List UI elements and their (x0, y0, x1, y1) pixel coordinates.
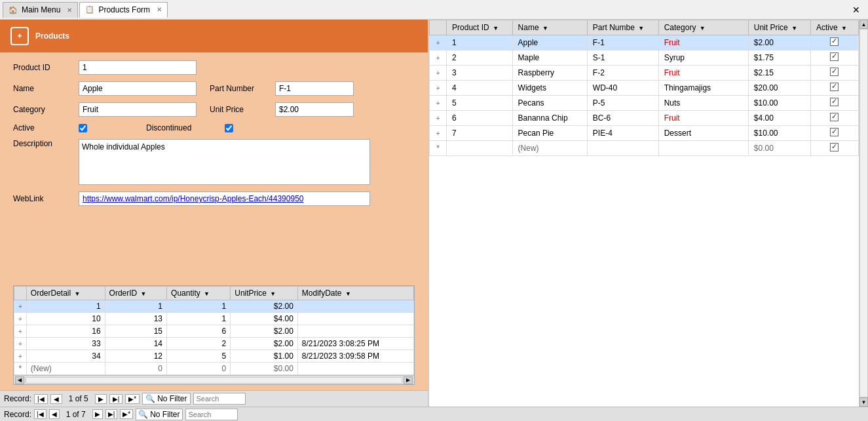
subgrid-cell-unitprice: $2.00 (231, 325, 298, 338)
status-nav-next-btn[interactable]: ▶ (92, 409, 103, 419)
grid-col-active[interactable]: Active ▼ (810, 20, 858, 35)
subgrid-new-row[interactable]: * (New) 0 0 $0.00 (14, 363, 414, 375)
row-expander[interactable]: + (430, 35, 447, 50)
subgrid-cell-orderid: 15 (105, 325, 166, 338)
scroll-left-btn[interactable]: ◀ (15, 376, 24, 384)
category-price-row: Category Unit Price (13, 102, 415, 117)
status-nav-prev-btn[interactable]: ◀ (49, 409, 60, 419)
active-checkbox[interactable] (79, 124, 87, 132)
window-close-button[interactable]: ✕ (847, 5, 865, 15)
grid-new-row[interactable]: * (New) $0.00 (430, 141, 859, 156)
form-panel: + Products Product ID Name Part Number C… (0, 20, 429, 407)
right-panel-inner: Product ID ▼ Name ▼ Part Numbe ▼ Categor… (429, 20, 868, 407)
row-expander[interactable]: + (14, 350, 27, 363)
grid-row[interactable]: + 4 Widgets WD-40 Thingamajigs $20.00 (430, 81, 859, 96)
grid-vscrollbar[interactable]: ▲ ▼ (859, 20, 868, 407)
subgrid-cell-unitprice: $2.00 (231, 300, 298, 313)
grid-cell-active (810, 35, 858, 50)
status-nav-last-btn[interactable]: ▶| (105, 409, 118, 419)
active-checkbox-cell (830, 68, 839, 76)
grid-col-category[interactable]: Category ▼ (658, 20, 748, 35)
grid-col-name[interactable]: Name ▼ (512, 20, 587, 35)
name-label: Name (13, 84, 72, 93)
grid-col-unit-price[interactable]: Unit Price ▼ (748, 20, 810, 35)
grid-cell-name: Raspberry (512, 66, 587, 81)
nav-first-btn[interactable]: |◀ (34, 394, 48, 404)
tab-products-form[interactable]: 📋 Products Form ✕ (79, 2, 168, 18)
active-checkbox-cell (830, 98, 839, 106)
row-expander[interactable]: + (14, 325, 27, 338)
subgrid-record-nav: Record: |◀ ◀ 1 of 5 ▶ ▶| ▶* 🔍 No Filter (0, 390, 428, 407)
subgrid-col-orderid[interactable]: OrderID ▼ (105, 287, 166, 300)
no-filter-btn[interactable]: 🔍 No Filter (142, 393, 190, 405)
tab-products-form-close[interactable]: ✕ (157, 6, 162, 13)
part-number-input[interactable] (275, 81, 354, 96)
grid-cell-name: Pecan Pie (512, 126, 587, 141)
subgrid-col-orderdetail[interactable]: OrderDetail ▼ (26, 287, 105, 300)
row-expander[interactable]: + (430, 66, 447, 81)
grid-col-part-number[interactable]: Part Numbe ▼ (587, 20, 658, 35)
subgrid-hscrollbar[interactable]: ◀ ▶ (14, 375, 414, 384)
name-input[interactable] (79, 81, 197, 96)
subgrid-row[interactable]: + 33 14 2 $2.00 8/21/2023 3:08:25 PM (14, 338, 414, 350)
grid-row[interactable]: + 7 Pecan Pie PIE-4 Dessert $10.00 (430, 126, 859, 141)
discontinued-checkbox[interactable] (225, 124, 233, 132)
subgrid-row[interactable]: + 16 15 6 $2.00 (14, 325, 414, 338)
products-form-icon: 📋 (85, 5, 94, 14)
grid-row[interactable]: + 1 Apple F-1 Fruit $2.00 (430, 35, 859, 50)
category-input[interactable] (79, 102, 197, 117)
nav-new-btn[interactable]: ▶* (125, 394, 140, 404)
status-no-filter-btn[interactable]: 🔍 No Filter (136, 409, 182, 420)
subgrid-col-modifydate[interactable]: ModifyDate ▼ (297, 287, 413, 300)
row-expander[interactable]: + (430, 96, 447, 111)
subgrid-search-input[interactable] (193, 393, 246, 405)
grid-row[interactable]: + 2 Maple S-1 Syrup $1.75 (430, 50, 859, 66)
grid-row[interactable]: + 6 Bananna Chip BC-6 Fruit $4.00 (430, 111, 859, 126)
subgrid-row[interactable]: + 1 1 1 $2.00 (14, 300, 414, 313)
grid-cell-id: 1 (447, 35, 512, 50)
product-id-input[interactable] (79, 60, 197, 75)
tab-main-menu[interactable]: 🏠 Main Menu ✕ (3, 2, 78, 18)
vscroll-track[interactable] (859, 29, 868, 397)
record-nav-info: 1 of 5 (69, 394, 88, 403)
grid-col-product-id[interactable]: Product ID ▼ (447, 20, 512, 35)
nav-prev-btn[interactable]: ◀ (50, 394, 62, 404)
weblink-input[interactable] (79, 191, 370, 206)
subgrid-cell-orderdetail: 1 (26, 300, 105, 313)
grid-cell-active (810, 111, 858, 126)
tab-main-menu-close[interactable]: ✕ (67, 7, 72, 14)
nav-last-btn[interactable]: ▶| (109, 394, 123, 404)
subgrid-cell-new-quantity: 0 (167, 363, 231, 375)
grid-row[interactable]: + 3 Raspberry F-2 Fruit $2.15 (430, 66, 859, 81)
subgrid-col-quantity[interactable]: Quantity ▼ (167, 287, 231, 300)
subgrid-row[interactable]: + 34 12 5 $1.00 8/21/2023 3:09:58 PM (14, 350, 414, 363)
grid-row[interactable]: + 5 Pecans P-5 Nuts $10.00 (430, 96, 859, 111)
status-nav-first-btn[interactable]: |◀ (34, 409, 47, 419)
row-expander[interactable]: + (14, 338, 27, 350)
row-expander[interactable]: + (14, 313, 27, 325)
row-expander[interactable]: + (430, 111, 447, 126)
grid-cell-part: WD-40 (587, 81, 658, 96)
status-no-filter-label: No Filter (150, 410, 179, 419)
row-expander[interactable]: + (14, 300, 27, 313)
nav-next-btn[interactable]: ▶ (95, 394, 107, 404)
active-checkbox-cell (830, 128, 839, 136)
subgrid-col-unitprice[interactable]: UnitPrice ▼ (231, 287, 298, 300)
vscroll-up-btn[interactable]: ▲ (859, 20, 868, 29)
grid-cell-price: $20.00 (748, 81, 810, 96)
unit-price-input[interactable] (275, 102, 354, 117)
plus-icon: + (17, 31, 22, 41)
description-textarea[interactable]: Whole individual Apples (79, 139, 370, 185)
grid-scroll-area[interactable]: Product ID ▼ Name ▼ Part Numbe ▼ Categor… (429, 20, 859, 407)
status-nav-new-btn[interactable]: ▶* (120, 409, 133, 419)
row-expander[interactable]: + (430, 50, 447, 66)
product-id-row: Product ID (13, 60, 415, 75)
status-search-input[interactable] (185, 409, 238, 420)
row-expander[interactable]: + (430, 126, 447, 141)
scroll-right-btn[interactable]: ▶ (404, 376, 413, 384)
subgrid-cell-orderdetail: 34 (26, 350, 105, 363)
vscroll-down-btn[interactable]: ▼ (859, 397, 868, 407)
subgrid-row[interactable]: + 10 13 1 $4.00 (14, 313, 414, 325)
row-expander[interactable]: + (430, 81, 447, 96)
scroll-track[interactable] (26, 377, 402, 384)
